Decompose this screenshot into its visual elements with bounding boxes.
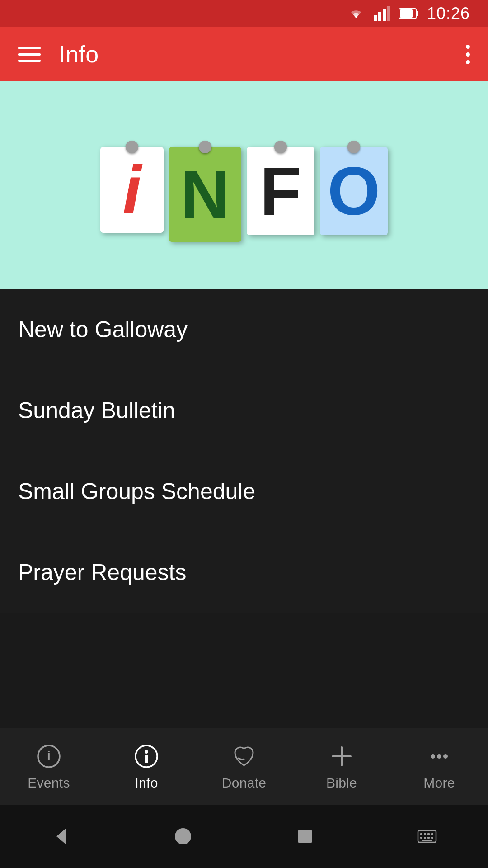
- info-icon: [133, 743, 160, 770]
- svg-rect-22: [424, 833, 426, 835]
- svg-rect-2: [383, 9, 386, 21]
- svg-rect-23: [427, 833, 430, 835]
- letter-i-card: i: [100, 147, 164, 233]
- app-bar: Info: [0, 27, 488, 81]
- svg-point-18: [175, 828, 191, 844]
- svg-rect-5: [400, 9, 413, 18]
- wifi-icon: [347, 6, 366, 21]
- status-bar: 10:26: [0, 0, 488, 27]
- svg-rect-28: [431, 837, 433, 839]
- donate-label: Donate: [222, 775, 267, 791]
- card-pin: [126, 141, 138, 153]
- nav-item-bible[interactable]: Bible: [293, 736, 390, 798]
- svg-rect-24: [431, 833, 433, 835]
- svg-point-15: [437, 754, 441, 759]
- events-label: Events: [28, 775, 70, 791]
- svg-rect-19: [298, 830, 312, 843]
- nav-item-donate[interactable]: Donate: [195, 736, 293, 798]
- nav-item-info[interactable]: Info: [98, 736, 195, 798]
- nav-item-more[interactable]: More: [390, 736, 488, 798]
- home-button[interactable]: [165, 818, 201, 854]
- card-pin: [199, 141, 211, 153]
- svg-rect-21: [420, 833, 422, 835]
- letter-f-card: F: [247, 147, 314, 235]
- svg-rect-3: [387, 6, 390, 21]
- system-navigation-bar: [0, 805, 488, 868]
- hero-banner: i N F O: [0, 81, 488, 289]
- svg-rect-1: [378, 12, 381, 21]
- svg-rect-25: [420, 837, 422, 839]
- app-title: Info: [59, 41, 99, 68]
- letter-o-card: O: [320, 147, 388, 235]
- svg-point-14: [431, 754, 435, 759]
- menu-item-prayer-requests[interactable]: Prayer Requests: [0, 532, 488, 613]
- battery-icon: [399, 7, 419, 20]
- card-pin: [274, 141, 287, 153]
- svg-marker-17: [56, 829, 66, 844]
- bottom-navigation: i Events Info Donate: [0, 728, 488, 805]
- events-icon: i: [35, 743, 62, 770]
- svg-rect-11: [145, 755, 148, 763]
- svg-rect-6: [416, 11, 418, 16]
- overflow-menu-button[interactable]: [466, 45, 470, 64]
- menu-item-small-groups-schedule[interactable]: Small Groups Schedule: [0, 451, 488, 532]
- nav-item-events[interactable]: i Events: [0, 736, 98, 798]
- svg-point-16: [443, 754, 448, 759]
- letter-n-card: N: [169, 147, 241, 242]
- keyboard-button[interactable]: [409, 818, 445, 854]
- hamburger-menu-button[interactable]: [18, 47, 41, 62]
- donate-icon: [230, 743, 258, 770]
- menu-list: New to Galloway Sunday Bulletin Small Gr…: [0, 289, 488, 613]
- signal-icon: [374, 6, 391, 21]
- back-button[interactable]: [43, 818, 79, 854]
- svg-text:i: i: [47, 749, 51, 763]
- svg-rect-29: [422, 840, 432, 841]
- menu-item-new-to-galloway[interactable]: New to Galloway: [0, 289, 488, 370]
- bible-icon: [328, 743, 355, 770]
- more-label: More: [423, 775, 455, 791]
- info-label: Info: [135, 775, 158, 791]
- svg-rect-0: [374, 15, 377, 21]
- app-bar-left: Info: [18, 41, 99, 68]
- more-icon: [426, 743, 453, 770]
- info-cards: i N F O: [100, 147, 388, 242]
- svg-rect-27: [427, 837, 430, 839]
- svg-rect-26: [424, 837, 426, 839]
- status-time: 10:26: [427, 4, 470, 23]
- svg-point-10: [145, 750, 148, 753]
- bible-label: Bible: [326, 775, 357, 791]
- recents-button[interactable]: [287, 818, 323, 854]
- status-icons: 10:26: [347, 4, 470, 23]
- card-pin: [347, 141, 360, 153]
- menu-item-sunday-bulletin[interactable]: Sunday Bulletin: [0, 370, 488, 451]
